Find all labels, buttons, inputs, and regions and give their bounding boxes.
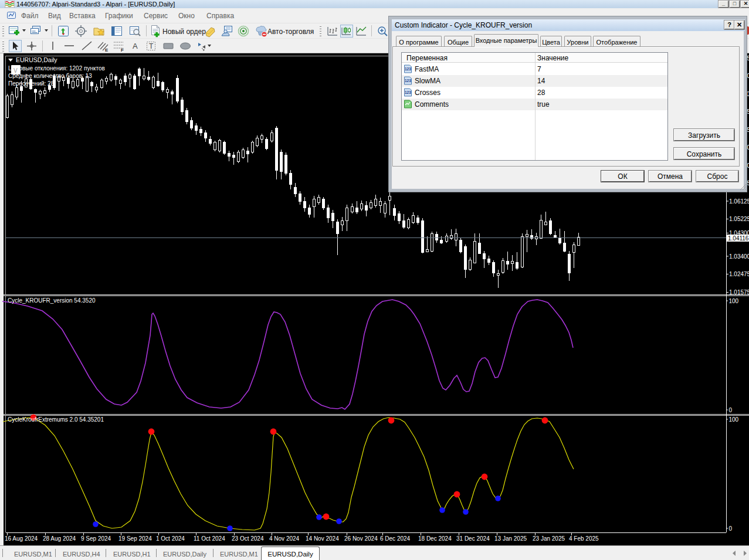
- svg-text:1 Oct 2024: 1 Oct 2024: [156, 535, 185, 542]
- svg-text:28 Aug 2024: 28 Aug 2024: [43, 535, 76, 542]
- svg-text:14 Nov 2024: 14 Nov 2024: [306, 535, 339, 542]
- svg-text:1.01575: 1.01575: [729, 289, 749, 296]
- svg-text:CycleKroufrExtremums 2.0 54.35: CycleKroufrExtremums 2.0 54.35201: [8, 416, 104, 423]
- svg-text:11 Oct 2024: 11 Oct 2024: [194, 535, 225, 542]
- svg-text:9 Sep 2024: 9 Sep 2024: [81, 535, 111, 542]
- svg-text:13 Jan 2025: 13 Jan 2025: [494, 535, 527, 542]
- svg-text:18 Dec 2024: 18 Dec 2024: [418, 535, 452, 542]
- svg-text:1.05225: 1.05225: [729, 216, 749, 222]
- svg-text:4 Feb 2025: 4 Feb 2025: [569, 535, 599, 542]
- svg-text:16 Aug 2024: 16 Aug 2024: [5, 535, 38, 542]
- svg-text:6 Dec 2024: 6 Dec 2024: [380, 535, 411, 542]
- svg-text:E: E: [105, 47, 109, 52]
- svg-text:100: 100: [729, 298, 739, 304]
- svg-text:V: V: [13, 67, 18, 74]
- svg-text:23 Jan 2025: 23 Jan 2025: [533, 535, 565, 542]
- svg-text:Среднее количество баров: 13: Среднее количество баров: 13: [8, 73, 92, 79]
- svg-text:4 Nov 2024: 4 Nov 2024: [269, 535, 300, 542]
- svg-text:F: F: [121, 47, 124, 52]
- svg-text:0: 0: [729, 407, 733, 413]
- svg-text:123: 123: [405, 79, 411, 83]
- svg-text:Ценовые отклонения: 1202 пункт: Ценовые отклонения: 1202 пунктов: [8, 65, 105, 72]
- svg-text:Пересечений: 28: Пересечений: 28: [8, 80, 55, 87]
- svg-text:T: T: [149, 42, 154, 50]
- svg-text:123: 123: [405, 67, 411, 71]
- svg-text:1.04116: 1.04116: [728, 235, 749, 242]
- svg-text:23 Oct 2024: 23 Oct 2024: [232, 535, 264, 542]
- svg-text:1.02475: 1.02475: [729, 271, 749, 277]
- svg-text:1.06125: 1.06125: [729, 198, 749, 205]
- svg-text:0: 0: [729, 525, 733, 532]
- svg-text:EURUSD,Daily: EURUSD,Daily: [16, 56, 57, 63]
- svg-text:1.03400: 1.03400: [729, 253, 749, 260]
- svg-text:26 Nov 2024: 26 Nov 2024: [344, 535, 378, 542]
- svg-text:Cycle_KROUFR_version 54.3520: Cycle_KROUFR_version 54.3520: [8, 297, 96, 304]
- svg-text:A: A: [133, 42, 138, 50]
- svg-text:31 Dec 2024: 31 Dec 2024: [456, 535, 490, 542]
- svg-text:123: 123: [405, 90, 411, 94]
- svg-text:100: 100: [729, 416, 739, 423]
- svg-text:19 Sep 2024: 19 Sep 2024: [118, 535, 152, 542]
